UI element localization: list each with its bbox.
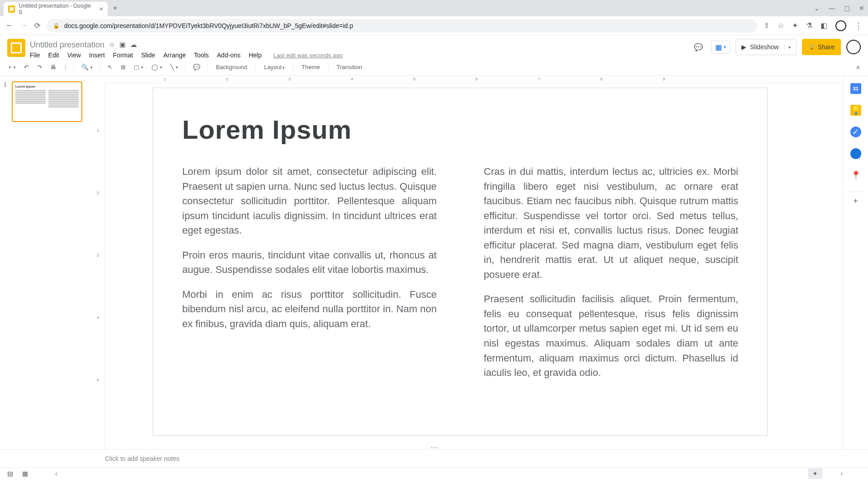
labs-icon[interactable]: ⚗: [806, 21, 812, 30]
slide-body-left[interactable]: Lorem ipsum dolor sit amet, consectetur …: [182, 164, 437, 390]
comment-tool[interactable]: 💬: [190, 62, 203, 72]
menu-arrange[interactable]: Arrange: [163, 52, 186, 59]
bookmark-icon[interactable]: ☆: [778, 21, 784, 30]
slides-logo-icon[interactable]: [7, 39, 25, 57]
filmstrip[interactable]: 1 Lorem Ipsum: [0, 76, 94, 449]
add-addon-icon[interactable]: +: [847, 192, 865, 202]
tasks-icon[interactable]: ✓: [850, 127, 861, 137]
move-icon[interactable]: ▣: [119, 41, 126, 49]
keep-icon[interactable]: 💡: [850, 105, 861, 116]
horizontal-ruler: 1 2 3 4 5 6 7 8 9: [105, 76, 843, 83]
browser-toolbar: ← → ⟳ 🔒 docs.google.com/presentation/d/1…: [0, 16, 868, 35]
comments-button[interactable]: 💬: [691, 40, 706, 54]
menu-file[interactable]: File: [30, 52, 40, 59]
chevron-down-icon[interactable]: ⌄: [814, 5, 820, 12]
minimize-window-icon[interactable]: —: [829, 5, 835, 12]
close-window-icon[interactable]: ✕: [859, 5, 864, 12]
lock-icon: 🔒: [53, 23, 60, 29]
maximize-window-icon[interactable]: ▢: [844, 5, 850, 12]
document-title[interactable]: Untitled presentation: [30, 40, 104, 50]
theme-button[interactable]: Theme: [298, 62, 323, 72]
explore-button[interactable]: ✦: [808, 468, 822, 479]
reload-button[interactable]: ⟳: [34, 21, 40, 30]
grid-view-icon[interactable]: ▦: [22, 470, 28, 477]
collapse-toolbar-icon[interactable]: ʌ: [854, 62, 863, 72]
maps-icon[interactable]: 📍: [850, 170, 861, 181]
transition-button[interactable]: Transition: [333, 62, 366, 72]
star-icon[interactable]: ☆: [109, 41, 115, 49]
extensions-icon[interactable]: ✦: [792, 21, 798, 30]
new-slide-button[interactable]: +: [5, 62, 19, 72]
menu-addons[interactable]: Add-ons: [217, 52, 241, 59]
profile-avatar-icon[interactable]: [835, 20, 846, 31]
line-tool[interactable]: ╲: [168, 62, 181, 72]
browser-tab-strip: Untitled presentation - Google S × + ⌄ —…: [0, 0, 868, 16]
undo-button[interactable]: ↶: [21, 62, 32, 72]
browser-tab[interactable]: Untitled presentation - Google S ×: [4, 2, 108, 16]
slide-title[interactable]: Lorem Ipsum: [153, 88, 767, 154]
canvas-area[interactable]: 1 2 3 4 5 6 7 8 9 1 2 3 4 5 Lorem Ipsum …: [94, 76, 843, 449]
redo-button[interactable]: ↷: [34, 62, 45, 72]
textbox-tool[interactable]: ⊞: [118, 62, 128, 72]
speaker-notes-placeholder: Click to add speaker notes: [105, 455, 179, 462]
slide-canvas[interactable]: Lorem Ipsum Lorem ipsum dolor sit amet, …: [153, 88, 768, 436]
zoom-button[interactable]: 🔍: [79, 62, 95, 72]
slides-favicon-icon: [8, 5, 15, 13]
share-page-icon[interactable]: ⇪: [764, 21, 769, 30]
collapse-filmstrip-icon[interactable]: ‹: [55, 470, 57, 477]
side-panel-icon[interactable]: ◧: [821, 21, 827, 30]
url-text: docs.google.com/presentation/d/1MYPDVEiT…: [64, 22, 353, 29]
last-edit-link[interactable]: Last edit was seconds ago: [274, 52, 343, 59]
slideshow-button[interactable]: ▶ Slideshow ▾: [736, 39, 797, 55]
bottom-bar: ▤ ▦ ‹ ✦ ›: [0, 467, 868, 479]
toolbar: + ↶ ↷ 🖶 ⟆ 🔍 ↖ ⊞ ▢ ◯ ╲ 💬 Background Layou…: [0, 59, 868, 76]
side-panel: 31 💡 ✓ 👤 📍 +: [843, 76, 868, 449]
menu-slide[interactable]: Slide: [141, 52, 155, 59]
new-tab-button[interactable]: +: [113, 4, 117, 12]
slide-thumbnail-item[interactable]: 1 Lorem Ipsum: [4, 81, 90, 122]
app-header: Untitled presentation ☆ ▣ ☁ File Edit Vi…: [0, 35, 868, 59]
calendar-icon[interactable]: 31: [850, 83, 861, 94]
vertical-ruler: 1 2 3 4 5: [94, 83, 105, 449]
slide-number: 1: [4, 81, 9, 122]
account-avatar[interactable]: [846, 40, 861, 54]
chrome-menu-icon[interactable]: ⋮: [854, 21, 863, 31]
close-tab-icon[interactable]: ×: [99, 5, 103, 13]
share-button[interactable]: 🔒 Share: [802, 39, 841, 55]
back-button[interactable]: ←: [5, 21, 14, 30]
layout-button[interactable]: Layout: [260, 62, 288, 72]
lock-icon: 🔒: [808, 44, 815, 50]
present-dropdown[interactable]: ▦▾: [711, 41, 730, 54]
slide-thumbnail[interactable]: Lorem Ipsum: [12, 81, 82, 122]
menu-edit[interactable]: Edit: [48, 52, 59, 59]
menu-insert[interactable]: Insert: [89, 52, 105, 59]
background-button[interactable]: Background: [212, 62, 251, 72]
menu-format[interactable]: Format: [113, 52, 133, 59]
menu-help[interactable]: Help: [249, 52, 262, 59]
menu-tools[interactable]: Tools: [194, 52, 209, 59]
notes-resize-handle[interactable]: [431, 447, 437, 448]
tab-title: Untitled presentation - Google S: [19, 3, 92, 15]
print-button[interactable]: 🖶: [47, 62, 59, 72]
contacts-icon[interactable]: 👤: [850, 148, 861, 159]
menu-bar: File Edit View Insert Format Slide Arran…: [30, 52, 687, 59]
slideshow-dropdown-icon[interactable]: ▾: [784, 45, 791, 50]
menu-view[interactable]: View: [67, 52, 81, 59]
paint-format-button[interactable]: ⟆: [61, 62, 69, 72]
shape-tool[interactable]: ◯: [149, 62, 165, 72]
play-icon: ▶: [741, 43, 746, 51]
forward-button: →: [20, 21, 28, 30]
slide-body-right[interactable]: Cras in dui mattis, interdum lectus ac, …: [484, 164, 738, 390]
collapse-sidepanel-icon[interactable]: ›: [840, 470, 843, 477]
image-tool[interactable]: ▢: [131, 62, 146, 72]
main-area: 1 Lorem Ipsum 1 2 3 4 5 6 7 8 9 1 2 3: [0, 76, 868, 449]
filmstrip-view-icon[interactable]: ▤: [7, 470, 13, 477]
address-bar[interactable]: 🔒 docs.google.com/presentation/d/1MYPDVE…: [47, 19, 757, 33]
speaker-notes[interactable]: Click to add speaker notes: [0, 449, 868, 467]
select-tool[interactable]: ↖: [105, 62, 115, 72]
cloud-status-icon[interactable]: ☁: [130, 41, 137, 49]
